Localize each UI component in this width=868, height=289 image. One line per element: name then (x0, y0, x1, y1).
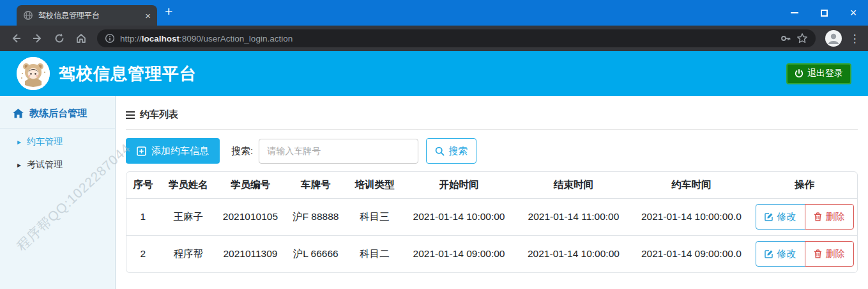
add-booking-button[interactable]: 添加约车信息 (126, 138, 220, 164)
password-key-icon[interactable] (780, 33, 791, 44)
search-button-label: 搜索 (448, 145, 468, 157)
cell-actions: 修改 删除 (752, 198, 857, 235)
delete-label: 删除 (826, 211, 845, 223)
edit-pencil-icon (765, 249, 773, 258)
actions-row: 添加约车信息 搜索: 搜索 (126, 138, 858, 164)
table-row: 1 王麻子 2021010105 沪F 88888 科目三 2021-01-14… (126, 198, 857, 235)
browser-toolbar: http://localhost:8090/userAction_login.a… (0, 26, 868, 51)
plus-square-icon (137, 146, 146, 156)
cell-seq: 1 (126, 198, 160, 235)
cell-training-type: 科目二 (347, 235, 402, 272)
main-content: 约车列表 添加约车信息 搜索: 搜索 (116, 96, 868, 289)
favicon-globe-icon (23, 10, 33, 20)
cell-training-type: 科目三 (347, 198, 402, 235)
edit-label: 修改 (777, 211, 796, 223)
home-icon (13, 109, 24, 118)
url-path: :8090/userAction_login.action (179, 34, 293, 43)
sidebar-section-label: 教练后台管理 (29, 107, 87, 120)
list-menu-icon (126, 111, 135, 119)
trash-icon (814, 212, 822, 221)
profile-avatar-icon[interactable] (825, 29, 842, 47)
column-header-seq: 序号 (126, 172, 160, 198)
cell-booking-time: 2021-01-14 10:00:00.0 (631, 198, 752, 235)
booking-table: 序号 学员姓名 学员编号 车牌号 培训类型 开始时间 结束时间 约车时间 操作 … (126, 171, 858, 273)
cell-booking-time: 2021-01-14 09:00:00.0 (631, 235, 752, 272)
app-logo (17, 57, 50, 90)
cell-end-time: 2021-01-14 10:00:00 (516, 235, 630, 272)
cell-seq: 2 (126, 235, 160, 272)
edit-pencil-icon (765, 212, 773, 221)
maximize-icon (821, 10, 828, 17)
cell-student-id: 2021010105 (217, 198, 284, 235)
forward-button[interactable] (27, 27, 49, 49)
power-icon (795, 69, 803, 78)
delete-button[interactable]: 删除 (805, 204, 854, 230)
minimize-icon (791, 12, 798, 13)
url-text[interactable]: http://localhost:8090/userAction_login.a… (120, 34, 775, 43)
column-header-training-type: 培训类型 (347, 172, 402, 198)
window-controls: × (780, 0, 868, 26)
column-header-student-id: 学员编号 (217, 172, 284, 198)
column-header-end-time: 结束时间 (516, 172, 630, 198)
tab-close-icon[interactable]: × (145, 11, 151, 20)
cell-plate: 沪L 66666 (284, 235, 347, 272)
browser-menu-icon[interactable]: ⋮ (846, 32, 863, 45)
sidebar-section-coach-admin[interactable]: 教练后台管理 (0, 102, 115, 128)
search-input[interactable] (259, 139, 418, 164)
back-button[interactable] (5, 27, 27, 49)
sidebar-item-label: 考试管理 (27, 159, 63, 171)
sidebar-item-exam-management[interactable]: ▸ 考试管理 (0, 152, 115, 175)
page-title: 驾校信息管理平台 (59, 63, 197, 85)
window-maximize-button[interactable] (809, 0, 839, 26)
url-host: localhost (142, 34, 179, 43)
cell-start-time: 2021-01-14 10:00:00 (402, 198, 516, 235)
address-bar[interactable]: http://localhost:8090/userAction_login.a… (97, 29, 816, 47)
table-header-row: 序号 学员姓名 学员编号 车牌号 培训类型 开始时间 结束时间 约车时间 操作 (126, 172, 857, 198)
edit-button[interactable]: 修改 (756, 204, 805, 230)
tab-title: 驾校信息管理平台 (38, 10, 140, 21)
cell-student-name: 程序帮 (160, 235, 217, 272)
search-label: 搜索: (231, 145, 253, 157)
delete-label: 删除 (826, 248, 845, 260)
app-header: 驾校信息管理平台 退出登录 (0, 51, 868, 96)
sidebar: 教练后台管理 ▸ 约车管理 ▸ 考试管理 (0, 96, 116, 289)
home-button[interactable] (70, 27, 92, 49)
caret-right-icon: ▸ (17, 160, 21, 169)
edit-button[interactable]: 修改 (756, 241, 805, 267)
new-tab-button[interactable]: + (165, 4, 172, 19)
url-protocol: http:// (120, 34, 142, 43)
window-close-button[interactable]: × (839, 0, 868, 26)
column-header-student-name: 学员姓名 (160, 172, 217, 198)
cell-end-time: 2021-01-14 11:00:00 (516, 198, 630, 235)
column-header-booking-time: 约车时间 (631, 172, 752, 198)
add-booking-label: 添加约车信息 (151, 145, 209, 157)
trash-icon (814, 249, 822, 258)
search-button[interactable]: 搜索 (426, 138, 476, 164)
sidebar-item-booking-management[interactable]: ▸ 约车管理 (0, 129, 115, 152)
cell-student-name: 王麻子 (160, 198, 217, 235)
bookmark-star-icon[interactable] (796, 33, 808, 44)
reload-button[interactable] (49, 27, 70, 49)
delete-button[interactable]: 删除 (805, 241, 854, 267)
cell-actions: 修改 删除 (752, 235, 857, 272)
caret-right-icon: ▸ (17, 137, 21, 146)
sidebar-item-label: 约车管理 (27, 136, 63, 148)
logout-button[interactable]: 退出登录 (786, 63, 851, 84)
panel-title-label: 约车列表 (140, 109, 178, 121)
cell-start-time: 2021-01-14 09:00:00 (402, 235, 516, 272)
edit-label: 修改 (777, 248, 796, 260)
column-header-start-time: 开始时间 (402, 172, 516, 198)
table-row: 2 程序帮 2021011309 沪L 66666 科目二 2021-01-14… (126, 235, 857, 272)
panel-divider (126, 129, 858, 130)
column-header-actions: 操作 (752, 172, 857, 198)
cell-plate: 沪F 88888 (284, 198, 347, 235)
browser-tab[interactable]: 驾校信息管理平台 × (17, 5, 157, 26)
cell-student-id: 2021011309 (217, 235, 284, 272)
page-info-icon[interactable] (105, 33, 115, 43)
logout-label: 退出登录 (807, 68, 843, 79)
page-body: 程序帮QQ:1022287044 教练后台管理 ▸ 约车管理 ▸ 考试管理 约车… (0, 96, 868, 289)
panel-title: 约车列表 (126, 109, 858, 121)
browser-tab-strip: 驾校信息管理平台 × + × (0, 0, 868, 26)
column-header-plate: 车牌号 (284, 172, 347, 198)
window-minimize-button[interactable] (780, 0, 809, 26)
